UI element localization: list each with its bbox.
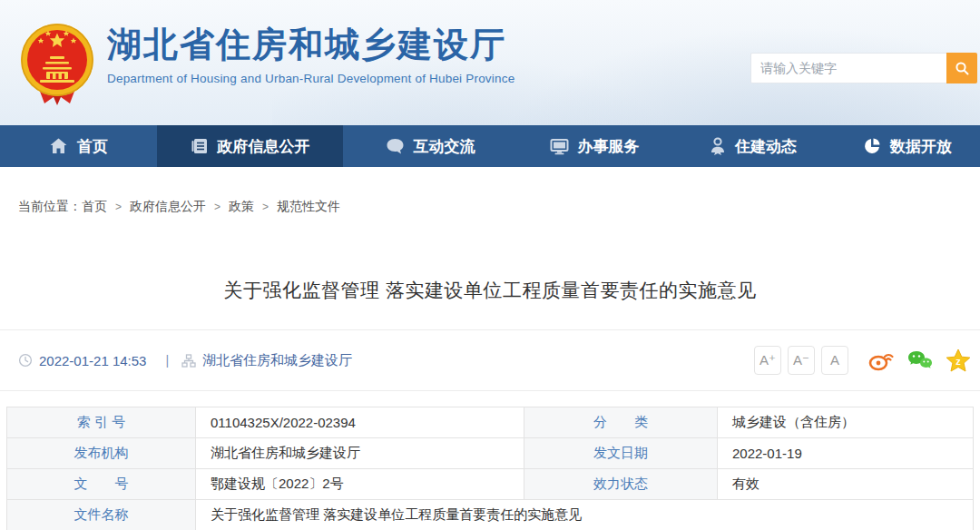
document-title-value: 关于强化监督管理 落实建设单位工程质量首要责任的实施意见 (196, 500, 974, 530)
breadcrumb-item-normative-docs[interactable]: 规范性文件 (277, 199, 340, 215)
nav-item-label: 互动交流 (414, 136, 475, 157)
share-qzone-button[interactable]: z (946, 348, 971, 372)
issuing-agency-value: 湖北省住房和城乡建设厅 (196, 438, 524, 469)
article-source: 湖北省住房和城乡建设厅 (202, 352, 352, 369)
wechat-icon (906, 349, 934, 371)
table-row: 索 引 号 01104325X/2022-02394 分 类 城乡建设（含住房） (7, 407, 974, 438)
index-number-value: 01104325X/2022-02394 (196, 407, 524, 438)
nav-item-interaction[interactable]: 互动交流 (343, 125, 517, 167)
publish-time: 2022-01-21 14:53 (39, 353, 146, 368)
font-size-decrease-button[interactable]: A⁻ (788, 346, 815, 375)
monitor-icon (550, 138, 569, 155)
pie-chart-icon (863, 137, 881, 155)
weibo-icon (868, 349, 895, 371)
share-icons: z (868, 348, 971, 372)
share-weibo-button[interactable] (868, 349, 895, 371)
table-row: 发布机构 湖北省住房和城乡建设厅 发文日期 2022-01-19 (7, 438, 974, 469)
search-box (750, 53, 977, 83)
nav-item-services[interactable]: 办事服务 (517, 125, 671, 167)
page: 湖北省住房和城乡建设厅 Department of Housing and Ur… (0, 0, 980, 530)
national-emblem-logo (18, 22, 96, 107)
nav-item-label: 首页 (77, 136, 108, 157)
search-icon (955, 61, 970, 76)
meta-divider: | (165, 353, 169, 368)
site-header: 湖北省住房和城乡建设厅 Department of Housing and Ur… (0, 0, 980, 125)
breadcrumb-prefix: 当前位置： (18, 199, 82, 215)
nav-item-gov-info[interactable]: 政府信息公开 (157, 125, 343, 167)
article-title: 关于强化监督管理 落实建设单位工程质量首要责任的实施意见 (0, 278, 980, 303)
share-wechat-button[interactable] (906, 349, 934, 371)
nav-item-label: 政府信息公开 (218, 136, 310, 157)
main-nav: 首页 政府信息公开 互动交流 (0, 125, 980, 167)
search-input[interactable] (750, 53, 946, 83)
article-meta-left: 2022-01-21 14:53 | 湖北省住房和城乡建设厅 (18, 352, 358, 369)
document-icon (191, 137, 209, 155)
site-subtitle: Department of Housing and Urban-Rural De… (107, 72, 514, 85)
breadcrumb-item-policy[interactable]: 政策 (229, 199, 254, 215)
issue-date-value: 2022-01-19 (718, 438, 974, 469)
table-row: 文 号 鄂建设规〔2022〕2号 效力状态 有效 (7, 469, 974, 500)
document-number-value: 鄂建设规〔2022〕2号 (196, 469, 524, 500)
breadcrumb-item-home[interactable]: 首页 (82, 199, 107, 215)
site-title-block: 湖北省住房和城乡建设厅 Department of Housing and Ur… (107, 25, 514, 85)
nav-item-open-data[interactable]: 数据开放 (835, 125, 980, 167)
breadcrumb: 当前位置： 首页 > 政府信息公开 > 政策 > 规范性文件 (18, 198, 980, 216)
site-title: 湖北省住房和城乡建设厅 (107, 25, 514, 65)
clock-icon (18, 353, 33, 368)
document-number-label: 文 号 (7, 469, 196, 500)
index-number-label: 索 引 号 (7, 407, 196, 438)
chat-bubble-icon (386, 138, 405, 155)
nav-item-label: 办事服务 (578, 136, 640, 157)
breadcrumb-separator: > (262, 201, 269, 213)
category-label: 分 类 (524, 407, 718, 438)
nav-item-label: 数据开放 (890, 136, 952, 157)
sitemap-icon (181, 354, 196, 368)
breadcrumb-separator: > (115, 201, 122, 213)
person-icon (710, 137, 726, 155)
issue-date-label: 发文日期 (524, 438, 718, 469)
svg-text:z: z (956, 356, 961, 367)
breadcrumb-item-gov-info[interactable]: 政府信息公开 (130, 199, 206, 215)
article-meta-row: 2022-01-21 14:53 | 湖北省住房和城乡建设厅 A⁺ A⁻ A (0, 330, 980, 390)
validity-status-value: 有效 (718, 469, 974, 500)
article-meta-right: A⁺ A⁻ A (748, 346, 971, 375)
font-size-reset-button[interactable]: A (821, 346, 848, 375)
nav-item-news[interactable]: 住建动态 (671, 125, 835, 167)
divider-line (0, 390, 980, 391)
document-meta-table: 索 引 号 01104325X/2022-02394 分 类 城乡建设（含住房）… (6, 407, 974, 530)
document-title-label: 文件名称 (7, 500, 196, 530)
nav-item-label: 住建动态 (735, 136, 797, 157)
font-size-increase-button[interactable]: A⁺ (754, 346, 781, 375)
validity-status-label: 效力状态 (524, 469, 718, 500)
home-icon (49, 137, 68, 155)
nav-item-home[interactable]: 首页 (0, 125, 157, 167)
category-value: 城乡建设（含住房） (718, 407, 974, 438)
issuing-agency-label: 发布机构 (7, 438, 196, 469)
qzone-star-icon: z (946, 348, 971, 372)
breadcrumb-separator: > (214, 201, 220, 213)
search-button[interactable] (946, 53, 977, 83)
table-row: 文件名称 关于强化监督管理 落实建设单位工程质量首要责任的实施意见 (7, 500, 974, 530)
